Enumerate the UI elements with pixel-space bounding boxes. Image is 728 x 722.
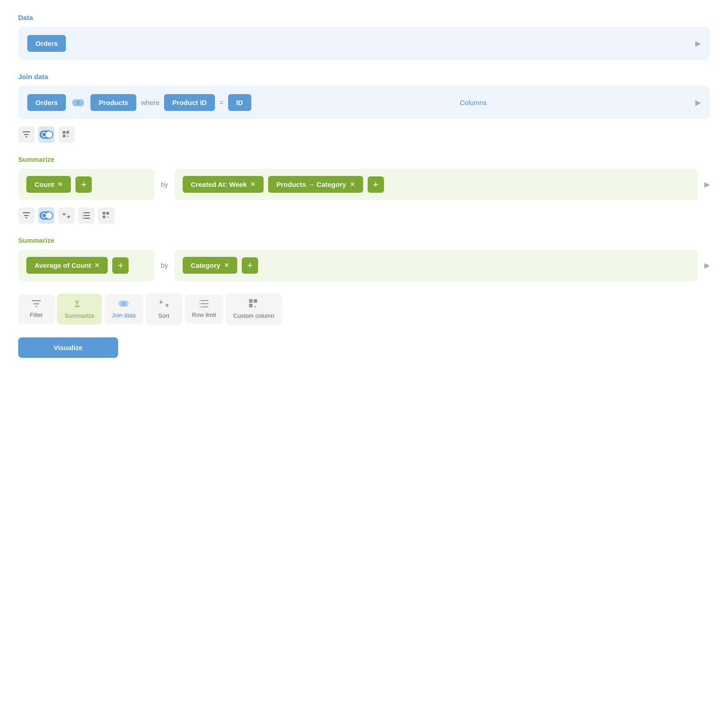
summarize1-row: Count ✕ + by Created At: Week ✕ Products… [18, 169, 710, 200]
svg-rect-22 [32, 300, 41, 301]
svg-rect-24 [35, 306, 37, 307]
sort-action-btn[interactable]: Sort [146, 294, 182, 325]
svg-rect-11 [25, 217, 27, 218]
orders-button-data[interactable]: Orders [27, 35, 66, 52]
category-x-icon: ✕ [224, 262, 229, 269]
list-icon-btn-sum1[interactable] [78, 207, 95, 224]
summarize2-arrow: ▶ [704, 261, 710, 270]
svg-point-1 [77, 99, 84, 106]
filter-action-btn[interactable]: Filter [18, 295, 55, 324]
product-id-button[interactable]: Product ID [164, 94, 215, 111]
svg-text:+: + [107, 215, 109, 219]
join-icon [70, 95, 86, 110]
summarize1-label: Summarize [18, 155, 710, 163]
svg-rect-29 [199, 300, 200, 301]
join-action-icon [118, 300, 129, 310]
svg-rect-10 [24, 215, 29, 216]
avg-x-icon: ✕ [95, 262, 100, 269]
summarize2-right: Category ✕ + [175, 250, 698, 281]
svg-rect-15 [83, 215, 84, 216]
data-panel-arrow: ▶ [695, 39, 701, 48]
data-panel: Orders ▶ [18, 27, 710, 60]
row-limit-action-label: Row limit [192, 311, 216, 318]
orders-button-join[interactable]: Orders [27, 94, 66, 111]
sort-action-icon [160, 299, 169, 311]
custom-column-action-label: Custom column [233, 312, 274, 319]
row-limit-action-icon [199, 300, 209, 310]
join-panel: Orders Products where Product ID = ID Co… [18, 86, 710, 119]
join-panel-arrow: ▶ [695, 98, 701, 107]
summarize1-plus[interactable]: + [75, 176, 92, 193]
join-action-btn[interactable]: Join data [105, 294, 143, 324]
summarize1-by: by [161, 180, 168, 188]
svg-rect-34 [249, 299, 253, 303]
svg-rect-17 [83, 218, 84, 219]
average-of-count-button[interactable]: Average of Count ✕ [26, 257, 108, 274]
join-section-label: Join data [18, 73, 710, 80]
equals-text: = [219, 99, 224, 106]
svg-rect-7 [63, 135, 65, 137]
sort-icon-btn-sum1[interactable] [58, 207, 75, 224]
svg-rect-4 [25, 136, 27, 137]
filter-icon-btn-join[interactable] [18, 126, 35, 143]
join-action-label: Join data [112, 312, 136, 319]
summarize1-group-plus[interactable]: + [368, 176, 384, 193]
svg-rect-9 [23, 212, 30, 213]
svg-text:Σ: Σ [75, 300, 80, 308]
visualize-button[interactable]: Visualize [18, 337, 118, 358]
svg-rect-18 [103, 212, 105, 215]
toggle-icon-btn-join[interactable] [38, 126, 55, 143]
svg-rect-33 [199, 306, 200, 307]
svg-point-27 [122, 301, 129, 307]
summarize-action-btn[interactable]: Σ Summarize [57, 294, 102, 325]
svg-rect-23 [34, 303, 39, 305]
category-button[interactable]: Category ✕ [183, 257, 237, 274]
created-at-week-button[interactable]: Created At: Week ✕ [183, 176, 264, 193]
svg-rect-28 [201, 300, 209, 301]
svg-rect-16 [84, 218, 90, 219]
summarize2-group-plus[interactable]: + [242, 257, 258, 274]
svg-rect-31 [199, 303, 200, 304]
summarize-action-icon: Σ [75, 299, 85, 311]
svg-rect-30 [201, 303, 209, 304]
count-button[interactable]: Count ✕ [26, 176, 71, 193]
grid-plus-icon-btn-join[interactable]: + [58, 126, 75, 143]
svg-rect-2 [23, 131, 30, 132]
custom-column-action-btn[interactable]: + Custom column [226, 294, 281, 325]
filter-action-label: Filter [30, 311, 43, 318]
svg-rect-13 [83, 212, 84, 213]
summarize1-left: Count ✕ + [18, 169, 155, 200]
svg-rect-12 [84, 212, 90, 213]
summarize2-by: by [161, 261, 168, 269]
row-limit-action-btn[interactable]: Row limit [185, 295, 224, 324]
join-toolbar: + [18, 126, 710, 143]
id-button[interactable]: ID [228, 94, 251, 111]
action-toolbar: Filter Σ Summarize Join data Sort Row li… [18, 294, 710, 325]
summarize1-arrow: ▶ [704, 180, 710, 189]
summarize2-row: Average of Count ✕ + by Category ✕ + ▶ [18, 250, 710, 281]
svg-rect-35 [254, 299, 257, 303]
summarize2-plus[interactable]: + [112, 257, 129, 274]
filter-icon-btn-sum1[interactable] [18, 207, 35, 224]
data-section-label: Data [18, 14, 710, 21]
sort-action-label: Sort [159, 312, 170, 319]
svg-rect-14 [84, 215, 90, 216]
products-category-button[interactable]: Products → Category ✕ [268, 176, 363, 193]
svg-rect-32 [201, 306, 209, 307]
filter-action-icon [32, 300, 41, 310]
toggle-icon [40, 130, 53, 139]
toggle-icon-btn-sum1[interactable] [38, 207, 55, 224]
products-button-join[interactable]: Products [90, 94, 136, 111]
custom-column-action-icon: + [249, 299, 258, 311]
svg-rect-20 [103, 216, 105, 218]
summarize2-left: Average of Count ✕ + [18, 250, 155, 281]
grid-plus-icon-btn-sum1[interactable]: + [98, 207, 115, 224]
summarize1-toolbar: + [18, 207, 710, 224]
svg-rect-6 [66, 131, 69, 134]
columns-link[interactable]: Columns [460, 99, 487, 106]
products-category-x-icon: ✕ [350, 181, 355, 188]
svg-rect-5 [63, 131, 65, 134]
svg-rect-36 [249, 304, 253, 307]
created-at-x-icon: ✕ [250, 181, 255, 188]
svg-text:+: + [67, 134, 69, 138]
